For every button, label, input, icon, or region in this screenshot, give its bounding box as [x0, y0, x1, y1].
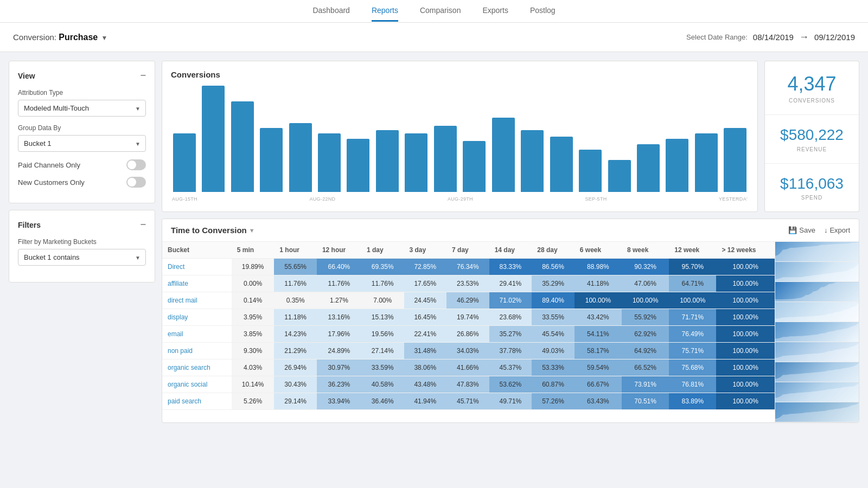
- value-cell-8: 100.00%: [575, 292, 622, 309]
- main-layout: View − Attribution Type Modeled Multi-To…: [0, 52, 868, 432]
- nav-exports[interactable]: Exports: [482, 1, 508, 22]
- table-row: Direct19.89%55.65%66.40%69.35%72.85%76.3…: [162, 259, 775, 275]
- value-cell-1: 11.76%: [274, 275, 317, 292]
- bar: [521, 130, 544, 192]
- value-cell-5: 45.71%: [446, 393, 489, 410]
- group-data-select[interactable]: Bucket 1: [18, 135, 146, 152]
- filter-select-wrapper: Bucket 1 contains ▼: [18, 249, 146, 266]
- x-label-2: AUG-22ND: [309, 196, 335, 202]
- bar-group: [403, 86, 430, 192]
- date-start: 08/14/2019: [753, 33, 794, 42]
- value-cell-8: 54.11%: [575, 326, 622, 343]
- x-label-3: AUG-29TH: [448, 196, 473, 202]
- nav-reports[interactable]: Reports: [372, 1, 398, 22]
- value-cell-9: 64.92%: [622, 343, 669, 359]
- value-cell-5: 26.86%: [446, 326, 489, 343]
- table-title: Time to Conversion ▼: [171, 226, 255, 235]
- value-cell-10: 75.68%: [669, 359, 716, 376]
- col-12-hour: 12 hour: [317, 242, 361, 259]
- col-6-week: 6 week: [575, 242, 622, 259]
- save-button[interactable]: 💾 Save: [788, 226, 815, 234]
- bar-group: [258, 86, 284, 192]
- value-cell-1: 26.94%: [274, 359, 317, 376]
- bucket-cell: non paid: [162, 343, 232, 359]
- table-row: affiliate0.00%11.76%11.76%11.76%17.65%23…: [162, 275, 775, 292]
- nav-dashboard[interactable]: Dashboard: [312, 1, 350, 22]
- bucket-link[interactable]: direct mail: [168, 297, 197, 304]
- bar-group: [229, 86, 256, 192]
- value-cell-11: 100.00%: [716, 393, 775, 410]
- bucket-link[interactable]: display: [168, 313, 188, 321]
- bucket-cell: organic social: [162, 376, 232, 393]
- attribution-type-select[interactable]: Modeled Multi-Touch: [18, 100, 146, 117]
- value-cell-3: 27.14%: [361, 343, 404, 359]
- conversion-prefix: Conversion:: [13, 33, 56, 42]
- bar: [608, 160, 631, 192]
- nav-comparison[interactable]: Comparison: [420, 1, 461, 22]
- bar: [550, 137, 573, 192]
- bucket-link[interactable]: organic search: [168, 364, 210, 371]
- value-cell-0: 5.26%: [232, 393, 275, 410]
- col-28-day: 28 day: [532, 242, 575, 259]
- value-cell-10: 75.71%: [669, 343, 716, 359]
- date-range-label: Select Date Range:: [686, 33, 748, 41]
- revenue-stat: $580,222 REVENUE: [764, 114, 859, 163]
- paid-channels-toggle-row: Paid Channels Only: [18, 159, 146, 170]
- value-cell-4: 41.94%: [404, 393, 447, 410]
- col-3-day: 3 day: [404, 242, 447, 259]
- date-range-selector[interactable]: Select Date Range: 08/14/2019 → 09/12/20…: [686, 31, 855, 43]
- value-cell-8: 59.54%: [575, 359, 622, 376]
- value-cell-10: 100.00%: [669, 292, 716, 309]
- time-to-conversion-table: Bucket5 min1 hour12 hour1 day3 day7 day1…: [162, 242, 775, 410]
- value-cell-2: 1.27%: [317, 292, 361, 309]
- value-cell-4: 16.45%: [404, 309, 447, 326]
- bar: [666, 139, 688, 192]
- table-title-arrow: ▼: [249, 227, 255, 234]
- header-row: Bucket5 min1 hour12 hour1 day3 day7 day1…: [162, 242, 775, 259]
- filters-collapse-button[interactable]: −: [140, 219, 146, 230]
- value-cell-11: 100.00%: [716, 309, 775, 326]
- bucket-link[interactable]: Direct: [168, 263, 184, 271]
- value-cell-2: 17.96%: [317, 326, 361, 343]
- bucket-link[interactable]: non paid: [168, 347, 193, 355]
- value-cell-9: 100.00%: [622, 292, 669, 309]
- table-head: Bucket5 min1 hour12 hour1 day3 day7 day1…: [162, 242, 775, 259]
- bar-group: [693, 86, 719, 192]
- value-cell-0: 19.89%: [232, 259, 275, 275]
- view-panel: View − Attribution Type Modeled Multi-To…: [9, 61, 155, 203]
- bar: [260, 128, 283, 192]
- bar-group: [519, 86, 545, 192]
- value-cell-8: 41.18%: [575, 275, 622, 292]
- value-cell-8: 66.67%: [575, 376, 622, 393]
- value-cell-9: 73.91%: [622, 376, 669, 393]
- value-cell-1: 29.14%: [274, 393, 317, 410]
- spend-stat: $116,063 SPEND: [764, 163, 859, 213]
- paid-channels-toggle[interactable]: [126, 159, 146, 170]
- dropdown-arrow: ▼: [101, 34, 107, 42]
- bar: [637, 144, 660, 192]
- x-label-5: YESTERDA': [719, 196, 748, 202]
- table-body: Direct19.89%55.65%66.40%69.35%72.85%76.3…: [162, 259, 775, 410]
- bar: [376, 130, 399, 192]
- bucket-link[interactable]: affiliate: [168, 280, 188, 287]
- spend-label: SPEND: [774, 195, 850, 201]
- conversion-selector[interactable]: Conversion: Purchase ▼: [13, 33, 107, 42]
- chart-title: Conversions: [171, 70, 749, 79]
- new-customers-toggle-row: New Customers Only: [18, 177, 146, 188]
- left-panel: View − Attribution Type Modeled Multi-To…: [9, 61, 155, 282]
- value-cell-7: 89.40%: [532, 292, 575, 309]
- value-cell-7: 86.56%: [532, 259, 575, 275]
- bucket-link[interactable]: email: [168, 330, 183, 338]
- new-customers-toggle[interactable]: [126, 177, 146, 188]
- value-cell-0: 3.95%: [232, 309, 275, 326]
- view-collapse-button[interactable]: −: [140, 70, 146, 81]
- nav-postlog[interactable]: Postlog: [530, 1, 556, 22]
- value-cell-7: 45.54%: [532, 326, 575, 343]
- bucket-link[interactable]: organic social: [168, 381, 207, 388]
- bucket-link[interactable]: paid search: [168, 397, 201, 405]
- filter-select[interactable]: Bucket 1 contains: [18, 249, 146, 266]
- export-button[interactable]: ↓ Export: [824, 226, 850, 234]
- x-label-1: AUG-15TH: [172, 196, 197, 202]
- col-bucket: Bucket: [162, 242, 232, 259]
- value-cell-2: 24.89%: [317, 343, 361, 359]
